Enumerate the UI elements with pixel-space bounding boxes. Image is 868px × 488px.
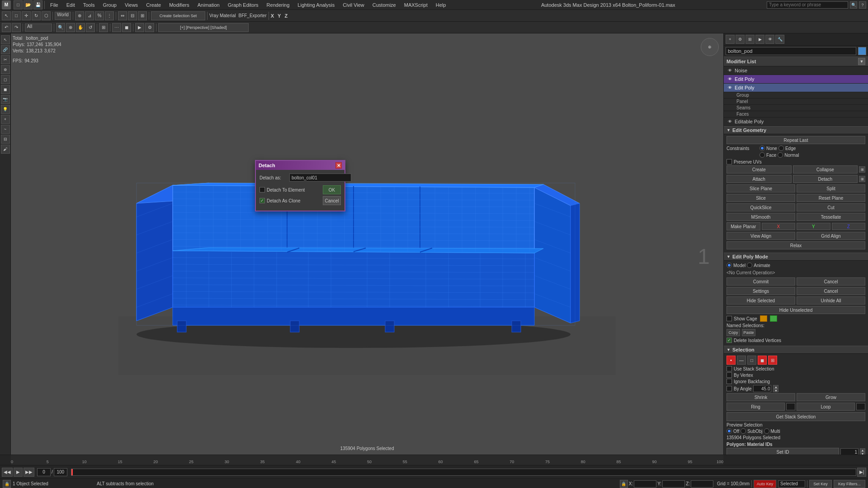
get-stack-sel-btn[interactable]: Get Stack Selection bbox=[726, 412, 865, 421]
view-align-btn[interactable]: View Align bbox=[726, 232, 795, 240]
collapse-btn[interactable]: Collapse bbox=[793, 165, 858, 174]
menu-civil-view[interactable]: Civil View bbox=[339, 1, 368, 9]
ns-copy-btn[interactable]: Copy bbox=[726, 329, 740, 336]
lt-paint[interactable]: 🖌 bbox=[1, 145, 10, 154]
select-region-btn[interactable]: □ bbox=[12, 11, 21, 20]
epm-settings-btn[interactable]: Settings bbox=[726, 287, 795, 295]
dialog-close-btn[interactable]: ✕ bbox=[335, 162, 342, 169]
vp-perspective[interactable]: [+] [Perspective] [Shaded] bbox=[158, 23, 249, 32]
set-id-down[interactable]: ▼ bbox=[860, 452, 865, 455]
timeline-prev-btn[interactable]: ◀◀ bbox=[2, 468, 13, 477]
undo-btn[interactable]: ↶ bbox=[2, 23, 11, 32]
detach-as-input[interactable] bbox=[289, 174, 351, 182]
orbit-btn[interactable]: ↺ bbox=[86, 23, 95, 32]
menu-rendering[interactable]: Rendering bbox=[263, 1, 293, 9]
coord-lock-icon[interactable]: 🔒 bbox=[620, 480, 628, 488]
search-input[interactable] bbox=[767, 1, 848, 9]
obj-color-swatch[interactable] bbox=[858, 47, 866, 55]
epm-cancel-btn[interactable]: Cancel bbox=[797, 277, 865, 286]
sel-vertex-btn[interactable]: • bbox=[726, 356, 736, 365]
menu-help[interactable]: Help bbox=[432, 1, 450, 9]
use-stack-checkbox[interactable] bbox=[726, 366, 732, 371]
lt-spacewarp[interactable]: ~ bbox=[1, 125, 10, 134]
pan-btn[interactable]: ✋ bbox=[76, 23, 85, 32]
lt-select[interactable]: ↖ bbox=[1, 35, 10, 44]
dialog-title-bar[interactable]: Detach ✕ bbox=[256, 161, 344, 170]
submod-faces[interactable]: Faces bbox=[724, 111, 868, 117]
rp-hierarchy-icon[interactable]: ⊞ bbox=[745, 35, 755, 44]
make-planar-x-btn[interactable]: X bbox=[762, 223, 796, 230]
obj-name-input[interactable] bbox=[726, 47, 856, 55]
by-angle-down[interactable]: ▼ bbox=[773, 389, 778, 392]
menu-tools[interactable]: Tools bbox=[80, 1, 99, 9]
coord-system[interactable]: World bbox=[55, 12, 71, 20]
menu-edit[interactable]: Edit bbox=[63, 1, 79, 9]
mirror-btn[interactable]: ⇔ bbox=[118, 11, 127, 20]
menu-modifiers[interactable]: Modifiers bbox=[165, 1, 193, 9]
by-vertex-checkbox[interactable] bbox=[726, 372, 732, 378]
selection-header[interactable]: ▼ Selection bbox=[724, 346, 868, 354]
menu-lighting[interactable]: Lighting Analysis bbox=[294, 1, 338, 9]
hide-unselected-btn[interactable]: Hide Unselected bbox=[726, 306, 865, 314]
by-angle-spinner[interactable]: ▲ ▼ bbox=[773, 385, 778, 392]
submod-seams[interactable]: Seams bbox=[724, 105, 868, 111]
render-btn[interactable]: ▶ bbox=[135, 23, 144, 32]
submod-group[interactable]: Group bbox=[724, 92, 868, 99]
grid-align-btn[interactable]: Grid Align bbox=[797, 232, 865, 240]
sel-poly-btn[interactable]: ◼ bbox=[758, 356, 767, 365]
set-id-up[interactable]: ▲ bbox=[860, 448, 865, 452]
preview-multi-radio[interactable] bbox=[764, 428, 769, 434]
make-planar-z-btn[interactable]: Z bbox=[832, 223, 866, 230]
create-selection-set[interactable]: Create Selection Set bbox=[151, 11, 205, 20]
sel-border-btn[interactable]: □ bbox=[747, 356, 756, 365]
collapse-settings-icon[interactable]: ⊞ bbox=[859, 166, 865, 173]
lt-helper[interactable]: + bbox=[1, 115, 10, 124]
auto-key-icon[interactable]: Auto Key bbox=[754, 480, 776, 488]
timeline-next-btn[interactable]: ▶▶ bbox=[24, 468, 34, 477]
submod-panel[interactable]: Panel bbox=[724, 99, 868, 105]
constraint-edge-radio[interactable] bbox=[778, 145, 784, 151]
rp-utility-icon[interactable]: 🔧 bbox=[775, 35, 784, 44]
noise-eye[interactable]: 👁 bbox=[726, 67, 733, 74]
relax-btn[interactable]: Relax bbox=[726, 241, 865, 249]
unhide-all-btn[interactable]: Unhide All bbox=[797, 296, 865, 305]
menu-maxscript[interactable]: MAXScript bbox=[401, 1, 431, 9]
loop-btn[interactable]: Loop bbox=[797, 403, 855, 411]
slice-plane-btn[interactable]: Slice Plane bbox=[726, 184, 795, 192]
tessellate-btn[interactable]: Tessellate bbox=[797, 213, 865, 221]
set-id-input[interactable] bbox=[840, 448, 859, 455]
reset-plane-btn[interactable]: Reset Plane bbox=[797, 194, 865, 202]
epm-commit-btn[interactable]: Commit bbox=[726, 277, 795, 286]
modifier-list-dropdown[interactable]: ▼ bbox=[858, 58, 865, 65]
current-frame-input[interactable] bbox=[37, 468, 51, 476]
shrink-btn[interactable]: Shrink bbox=[726, 393, 795, 401]
x-coord-input[interactable] bbox=[634, 480, 656, 488]
ring-input[interactable] bbox=[786, 403, 795, 410]
snap-toggle[interactable]: ⊕ bbox=[75, 11, 84, 20]
set-id-btn[interactable]: Set ID bbox=[726, 448, 839, 455]
quickslice-btn[interactable]: QuickSlice bbox=[726, 203, 795, 211]
move-btn[interactable]: ✛ bbox=[22, 11, 31, 20]
split-btn[interactable]: Split bbox=[797, 184, 865, 192]
rp-scroll-container[interactable]: Modifier List ▼ 👁 Noise 👁 Edit Poly 👁 Ed… bbox=[724, 56, 868, 455]
detach-settings-icon[interactable]: ⊞ bbox=[859, 176, 865, 182]
delete-isolated-checkbox[interactable]: ✓ bbox=[726, 338, 732, 343]
lt-geom[interactable]: ◼ bbox=[1, 85, 10, 94]
constraint-face-radio[interactable] bbox=[760, 152, 765, 158]
loop-input[interactable] bbox=[856, 403, 865, 410]
detach-btn[interactable]: Detach bbox=[793, 175, 858, 183]
edit-poly-1-eye[interactable]: 👁 bbox=[726, 76, 733, 82]
select-btn[interactable]: ↖ bbox=[2, 11, 11, 20]
modifier-edit-poly-2[interactable]: 👁 Edit Poly bbox=[724, 84, 868, 92]
detach-as-clone-checkbox[interactable]: ✓ bbox=[259, 198, 265, 203]
show-cage-checkbox[interactable] bbox=[726, 316, 732, 321]
viewport[interactable]: Total bolton_pod Polys: 137,246 135,904 … bbox=[11, 33, 723, 455]
rp-modify-icon[interactable]: ⚙ bbox=[736, 35, 745, 44]
lt-sets[interactable]: ⊟ bbox=[1, 135, 10, 144]
rp-create-icon[interactable]: + bbox=[726, 35, 735, 44]
lt-unlink[interactable]: ✂ bbox=[1, 55, 10, 64]
rp-display-icon[interactable]: 👁 bbox=[765, 35, 774, 44]
hide-selected-btn[interactable]: Hide Selected bbox=[726, 296, 795, 305]
perspective-btn[interactable]: ⊞ bbox=[99, 23, 108, 32]
edit-geometry-header[interactable]: ▼ Edit Geometry bbox=[724, 126, 868, 134]
